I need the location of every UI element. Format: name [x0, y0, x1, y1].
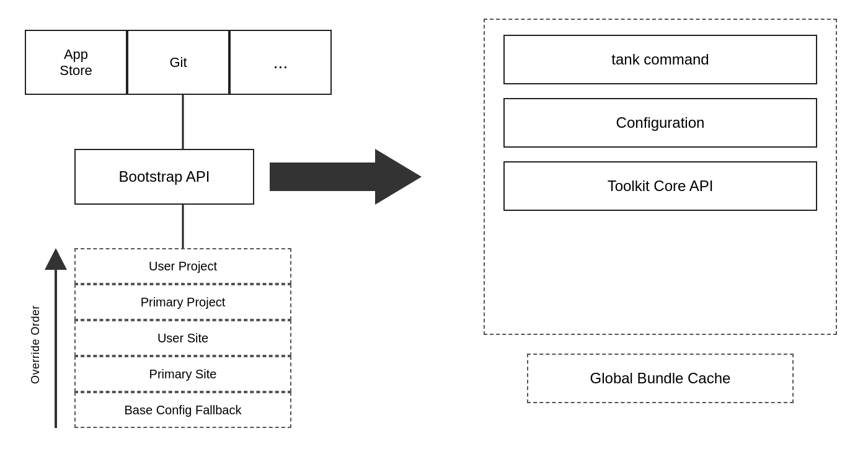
- base-config-box: Base Config Fallback: [74, 392, 291, 428]
- toolkit-core-api-label: Toolkit Core API: [608, 177, 714, 195]
- configuration-label: Configuration: [616, 114, 705, 131]
- primary-site-box: Primary Site: [74, 356, 291, 392]
- app-store-label: App Store: [60, 47, 92, 79]
- override-group: User Project Primary Project User Site P…: [74, 248, 291, 428]
- user-site-label: User Site: [157, 331, 208, 345]
- user-project-label: User Project: [149, 259, 217, 274]
- user-project-box: User Project: [74, 248, 291, 284]
- bootstrap-api-box: Bootstrap API: [74, 149, 254, 205]
- base-config-label: Base Config Fallback: [125, 403, 242, 417]
- user-site-box: User Site: [74, 320, 291, 356]
- tank-command-label: tank command: [611, 51, 709, 68]
- top-left-group: App Store Git ...: [25, 30, 332, 95]
- override-order-label-container: Override Order: [11, 254, 61, 434]
- toolkit-core-api-box: Toolkit Core API: [503, 161, 817, 211]
- diagram-area: App Store Git ... Bootstrap API Override…: [0, 0, 868, 459]
- app-store-box: App Store: [25, 30, 127, 95]
- primary-site-label: Primary Site: [149, 367, 217, 381]
- primary-project-label: Primary Project: [141, 295, 226, 310]
- override-order-label: Override Order: [30, 305, 43, 383]
- bootstrap-api-label: Bootstrap API: [119, 168, 210, 185]
- global-bundle-cache-box: Global Bundle Cache: [527, 354, 794, 403]
- dots-label: ...: [273, 53, 288, 73]
- git-label: Git: [169, 55, 187, 71]
- right-panel: tank command Configuration Toolkit Core …: [484, 19, 837, 335]
- dots-box: ...: [229, 30, 332, 95]
- global-bundle-cache-label: Global Bundle Cache: [590, 370, 731, 387]
- right-arrow-shape: [270, 149, 422, 205]
- right-panel-inner: tank command Configuration Toolkit Core …: [485, 20, 836, 226]
- primary-project-box: Primary Project: [74, 284, 291, 320]
- configuration-box: Configuration: [503, 98, 817, 148]
- git-box: Git: [127, 30, 229, 95]
- tank-command-box: tank command: [503, 35, 817, 84]
